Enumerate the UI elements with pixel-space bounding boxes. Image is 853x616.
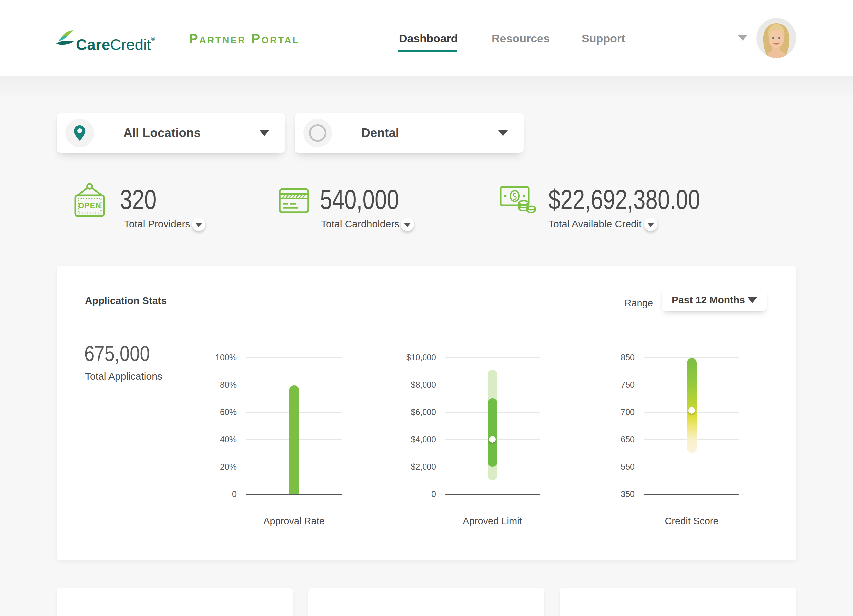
y-tick-label: 60% — [187, 407, 237, 418]
gridline — [445, 358, 540, 358]
stat-total-cardholders-label: Total Cardholders — [321, 218, 399, 229]
account-chevron-down-icon[interactable] — [738, 35, 748, 41]
range-caret-icon — [748, 297, 757, 303]
brand-divider — [173, 24, 173, 55]
stat-total-available-credit-expand-button[interactable] — [644, 217, 657, 231]
bottom-card-2 — [308, 588, 545, 616]
stat-total-cardholders-expand-button[interactable] — [401, 217, 414, 231]
median-dot — [489, 436, 496, 443]
stat-total-providers-value: 320 — [120, 182, 156, 216]
gradient-range-bar — [687, 358, 697, 453]
credit-card-icon — [279, 188, 309, 213]
range-dropdown-value: Past 12 Months — [672, 294, 745, 305]
approved-limit-chart: $10,000$8,000$6,000$4,000$2,0000Aproved … — [385, 351, 542, 541]
category-ring-icon — [309, 124, 326, 142]
bottom-card-1 — [57, 588, 293, 616]
nav-resources[interactable]: Resources — [492, 32, 550, 45]
nav-dashboard[interactable]: Dashboard — [399, 32, 458, 45]
y-tick-label: 550 — [583, 461, 635, 472]
y-tick-label: $6,000 — [385, 407, 436, 418]
brand-care: Care — [76, 36, 110, 53]
bottom-card-3 — [560, 588, 796, 616]
category-filter-dropdown[interactable]: Dental — [294, 113, 524, 153]
y-tick-label: 40% — [187, 434, 237, 445]
partner-portal-page: CareCredit® Partner Portal Dashboard Res… — [0, 0, 853, 616]
median-dot — [688, 407, 695, 414]
carecredit-leaf-icon — [55, 29, 74, 47]
header-shadow — [0, 76, 853, 99]
total-applications-value: 675,000 — [84, 341, 150, 366]
registered-mark: ® — [151, 36, 155, 42]
gridline — [246, 358, 342, 358]
cash-icon — [500, 185, 536, 216]
svg-text:OPEN: OPEN — [78, 201, 101, 210]
chart-x-label: Aproved Limit — [443, 516, 542, 527]
category-filter-value: Dental — [361, 126, 399, 140]
category-caret-icon — [498, 130, 508, 136]
y-tick-label: 700 — [583, 407, 635, 418]
caret-down-icon — [647, 223, 654, 227]
location-caret-icon — [260, 130, 269, 136]
header-bar: CareCredit® Partner Portal Dashboard Res… — [0, 0, 853, 76]
stat-total-available-credit-label: Total Available Credit — [548, 218, 642, 229]
approval-rate-chart: 100%80%60%40%20%0Approval Rate — [187, 351, 343, 541]
credit-score-chart: 850750700650550350Credit Score — [583, 351, 740, 541]
location-filter-dropdown[interactable]: All Locations — [57, 113, 285, 153]
user-avatar[interactable] — [756, 18, 796, 58]
inner-range-bar — [488, 399, 498, 467]
range-label: Range — [596, 297, 653, 308]
y-tick-label: 0 — [385, 489, 436, 500]
application-stats-title: Application Stats — [85, 295, 167, 306]
gridline — [246, 494, 342, 495]
location-pin-icon — [74, 125, 86, 141]
chart-x-label: Approval Rate — [244, 516, 344, 527]
gridline — [644, 467, 739, 467]
y-tick-label: 80% — [187, 379, 237, 390]
avatar-illustration — [756, 18, 796, 58]
gridline — [445, 494, 540, 495]
nav-active-underline — [398, 50, 457, 52]
y-tick-label: $10,000 — [385, 352, 436, 363]
portal-title: Partner Portal — [189, 31, 299, 46]
caret-down-icon — [404, 223, 411, 227]
brand-credit: Credit — [110, 36, 151, 53]
y-tick-label: 750 — [583, 379, 635, 390]
y-tick-label: $8,000 — [385, 379, 436, 390]
stat-total-providers-expand-button[interactable] — [192, 217, 205, 231]
total-applications-label: Total Applications — [85, 371, 162, 382]
caret-down-icon — [195, 223, 202, 227]
stat-total-cardholders-value: 540,000 — [320, 182, 399, 216]
chart-x-label: Credit Score — [642, 516, 742, 527]
category-icon-circle — [303, 118, 332, 147]
value-bar — [289, 385, 299, 494]
y-tick-label: $4,000 — [385, 434, 436, 445]
open-sign-icon: OPEN — [73, 182, 106, 218]
stat-total-providers-label: Total Providers — [124, 218, 190, 229]
nav-support[interactable]: Support — [582, 32, 625, 45]
brand-logo-text: CareCredit® — [76, 30, 155, 54]
y-tick-label: 0 — [187, 489, 237, 500]
y-tick-label: $2,000 — [385, 461, 436, 472]
range-dropdown[interactable]: Past 12 Months — [662, 288, 767, 311]
gridline — [644, 494, 739, 495]
y-tick-label: 350 — [583, 489, 635, 500]
y-tick-label: 650 — [583, 434, 635, 445]
stat-total-available-credit-value: $22,692,380.00 — [548, 182, 700, 216]
location-filter-value: All Locations — [123, 126, 200, 140]
location-icon-circle — [65, 118, 94, 147]
y-tick-label: 100% — [187, 352, 237, 363]
y-tick-label: 850 — [583, 352, 635, 363]
y-tick-label: 20% — [187, 461, 237, 472]
